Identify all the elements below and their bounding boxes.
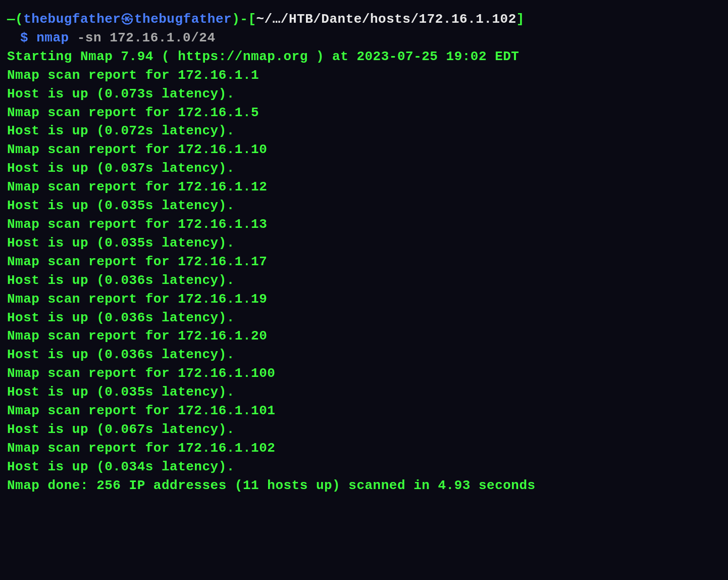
output-line: Nmap scan report for 172.16.1.12 — [7, 178, 721, 197]
output-line: Host is up (0.035s latency). — [7, 383, 721, 402]
output-line: Nmap scan report for 172.16.1.17 — [7, 253, 721, 271]
output-line: Nmap scan report for 172.16.1.13 — [7, 215, 721, 234]
output-line: Host is up (0.035s latency). — [7, 197, 721, 215]
output-line: Host is up (0.067s latency). — [7, 420, 721, 439]
user-host: thebugfather㉿thebugfather — [23, 10, 232, 29]
output-line: Starting Nmap 7.94 ( https://nmap.org ) … — [7, 47, 721, 66]
prompt-close-paren: ) — [232, 10, 240, 29]
prompt-close-bracket: ] — [516, 10, 525, 29]
output-line: Host is up (0.036s latency). — [7, 271, 721, 290]
prompt-line-1: —(thebugfather㉿thebugfather)-[~/…/HTB/Da… — [7, 10, 721, 29]
output-line: Host is up (0.073s latency). — [7, 85, 721, 104]
output-line: Nmap scan report for 172.16.1.1 — [7, 66, 721, 85]
terminal-output[interactable]: —(thebugfather㉿thebugfather)-[~/…/HTB/Da… — [7, 10, 721, 495]
command-name: nmap — [36, 30, 69, 45]
output-line: Nmap scan report for 172.16.1.20 — [7, 327, 721, 346]
prompt-dash: - — [240, 10, 248, 29]
output-line: Nmap scan report for 172.16.1.100 — [7, 364, 721, 383]
output-line: Nmap done: 256 IP addresses (11 hosts up… — [7, 476, 721, 495]
output-line: Nmap scan report for 172.16.1.10 — [7, 140, 721, 159]
prompt-open-paren: —( — [7, 10, 23, 29]
prompt-symbol: $ — [20, 30, 28, 45]
output-line: Nmap scan report for 172.16.1.19 — [7, 290, 721, 309]
output-line: Host is up (0.035s latency). — [7, 234, 721, 253]
command-line[interactable]: $ nmap -sn 172.16.1.0/24 — [7, 29, 721, 47]
output-line: Host is up (0.036s latency). — [7, 346, 721, 364]
current-path: ~/…/HTB/Dante/hosts/172.16.1.102 — [256, 10, 516, 29]
prompt-open-bracket: [ — [248, 10, 256, 29]
output-line: Nmap scan report for 172.16.1.101 — [7, 402, 721, 420]
output-line: Host is up (0.034s latency). — [7, 458, 721, 476]
output-line: Host is up (0.036s latency). — [7, 309, 721, 327]
output-line: Host is up (0.072s latency). — [7, 122, 721, 140]
output-line: Host is up (0.037s latency). — [7, 159, 721, 178]
output-line: Nmap scan report for 172.16.1.102 — [7, 439, 721, 458]
output-line: Nmap scan report for 172.16.1.5 — [7, 104, 721, 122]
command-args: -sn 172.16.1.0/24 — [69, 30, 216, 45]
